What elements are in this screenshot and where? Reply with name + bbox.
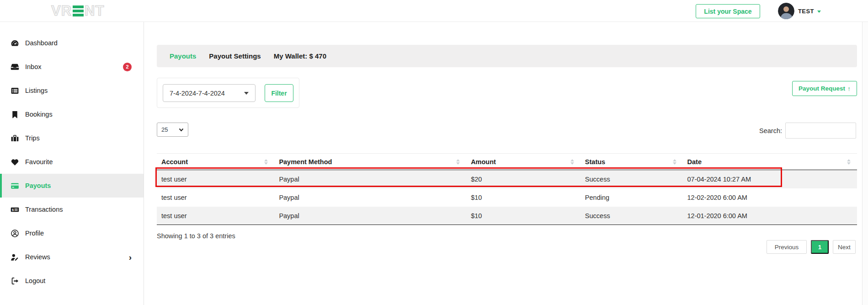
sort-icon — [456, 159, 460, 165]
date-range-value: 7-4-2024-7-4-2024 — [170, 90, 225, 97]
inbox-unread-badge: 2 — [123, 63, 132, 71]
page-length-value: 25 — [161, 126, 168, 133]
column-header-status[interactable]: Status — [580, 158, 683, 166]
pagination-page-1-button[interactable]: 1 — [811, 240, 829, 254]
sort-icon — [847, 159, 851, 165]
table-row[interactable]: test user Paypal $10 Pending 12-02-2020 … — [157, 188, 857, 207]
column-header-payment-method[interactable]: Payment Method — [274, 158, 466, 166]
sidebar-item-trips[interactable]: Trips — [0, 126, 144, 150]
cell-amount: $20 — [466, 176, 580, 183]
table-row[interactable]: test user Paypal $10 Success 12-01-2020 … — [157, 207, 857, 225]
search-label: Search: — [759, 127, 782, 134]
main-content: Payouts Payout Settings My Wallet: $ 470… — [157, 22, 857, 305]
pagination-next-button[interactable]: Next — [833, 240, 856, 254]
cell-payment-method: Paypal — [274, 176, 466, 183]
list-your-space-button[interactable]: List your Space — [696, 4, 760, 18]
user-circle-icon — [10, 229, 20, 238]
payouts-tabbar: Payouts Payout Settings My Wallet: $ 470 — [157, 45, 857, 67]
cell-account: test user — [157, 176, 274, 183]
cell-amount: $10 — [466, 194, 580, 201]
sidebar-item-profile[interactable]: Profile — [0, 221, 144, 245]
sidebar: Dashboard Inbox 2 Listings Bookings — [0, 22, 144, 305]
tab-payouts[interactable]: Payouts — [170, 52, 196, 60]
sidebar-item-label: Inbox — [25, 63, 41, 70]
filter-panel: 7-4-2024-7-4-2024 Filter — [157, 78, 299, 108]
sidebar-item-label: Dashboard — [25, 39, 58, 47]
sort-icon — [264, 159, 268, 165]
username-label: TEST — [798, 8, 814, 15]
sidebar-item-label: Bookings — [25, 111, 53, 118]
pagination: Previous 1 Next — [767, 240, 856, 254]
listings-icon — [10, 86, 20, 96]
suitcase-icon — [10, 134, 20, 143]
top-header: VR NT List your Space TEST — [0, 0, 868, 22]
cell-account: test user — [157, 194, 274, 201]
inbox-icon — [10, 62, 20, 72]
tab-payout-settings[interactable]: Payout Settings — [209, 52, 261, 60]
sidebar-item-label: Profile — [25, 230, 44, 237]
heart-icon — [10, 157, 20, 167]
sidebar-item-label: Trips — [25, 134, 40, 142]
sidebar-item-label: Transactions — [25, 206, 63, 213]
sidebar-item-logout[interactable]: Logout — [0, 269, 144, 293]
user-pen-icon — [10, 252, 20, 262]
tab-my-wallet[interactable]: My Wallet: $ 470 — [274, 52, 326, 60]
logo-green-e-icon — [73, 5, 84, 16]
sidebar-item-reviews[interactable]: Reviews › — [0, 245, 144, 269]
pagination-previous-button[interactable]: Previous — [767, 240, 807, 254]
table-row[interactable]: test user Paypal $20 Success 07-04-2024 … — [157, 170, 857, 188]
sidebar-item-label: Listings — [25, 87, 48, 94]
column-header-amount[interactable]: Amount — [466, 158, 580, 166]
logo-text-vr: VR — [51, 3, 72, 19]
sidebar-item-dashboard[interactable]: Dashboard — [0, 31, 144, 55]
cell-date: 12-02-2020 6:00 AM — [683, 194, 857, 201]
sidebar-item-listings[interactable]: Listings — [0, 79, 144, 102]
logo-text-nt: NT — [85, 3, 104, 19]
vrent-app: VR NT List your Space TEST Dashboard — [0, 0, 868, 305]
svg-text:$: $ — [12, 208, 14, 212]
cell-account: test user — [157, 212, 274, 219]
sidebar-item-bookings[interactable]: Bookings — [0, 102, 144, 126]
cell-status: Success — [580, 176, 683, 183]
sidebar-item-label: Favourite — [25, 158, 53, 166]
page-length-select[interactable]: 25 — [157, 123, 188, 137]
payout-request-button[interactable]: Payout Request ↑ — [792, 81, 857, 96]
avatar[interactable] — [778, 3, 794, 19]
vrent-logo[interactable]: VR NT — [51, 3, 104, 19]
logout-icon — [10, 276, 20, 286]
sidebar-item-label: Payouts — [25, 182, 51, 189]
user-menu[interactable]: TEST — [798, 0, 821, 22]
dashboard-icon — [10, 38, 20, 48]
cell-status: Success — [580, 212, 683, 219]
scrollbar[interactable] — [862, 22, 868, 305]
caret-down-icon — [244, 92, 249, 95]
cell-payment-method: Paypal — [274, 212, 466, 219]
date-range-select[interactable]: 7-4-2024-7-4-2024 — [163, 84, 256, 102]
sidebar-item-favourite[interactable]: Favourite — [0, 150, 144, 174]
chevron-right-icon: › — [129, 253, 132, 262]
sidebar-item-transactions[interactable]: $ Transactions — [0, 198, 144, 221]
chevron-down-icon — [179, 128, 184, 132]
money-check-icon: $ — [10, 205, 20, 214]
sidebar-item-label: Logout — [25, 277, 45, 284]
sidebar-item-inbox[interactable]: Inbox 2 — [0, 55, 144, 79]
search-input[interactable] — [785, 123, 856, 139]
bookmark-icon — [10, 110, 20, 119]
table-summary: Showing 1 to 3 of 3 entries — [157, 232, 235, 240]
cell-amount: $10 — [466, 212, 580, 219]
column-header-account[interactable]: Account — [157, 158, 274, 166]
sort-icon — [673, 159, 676, 165]
cell-date: 07-04-2024 10:27 AM — [683, 176, 857, 183]
cell-status: Pending — [580, 194, 683, 201]
cell-payment-method: Paypal — [274, 194, 466, 201]
column-header-date[interactable]: Date — [683, 158, 857, 166]
sort-icon — [570, 159, 574, 165]
avatar-image — [778, 3, 794, 19]
cell-date: 12-01-2020 6:00 AM — [683, 212, 857, 219]
payout-request-label: Payout Request — [799, 85, 845, 92]
sidebar-item-payouts[interactable]: Payouts — [0, 174, 144, 198]
filter-button[interactable]: Filter — [265, 84, 293, 102]
table-header-row: Account Payment Method Amount Status Dat… — [157, 153, 857, 170]
search-area: Search: — [759, 123, 856, 139]
sidebar-item-label: Reviews — [25, 253, 50, 261]
